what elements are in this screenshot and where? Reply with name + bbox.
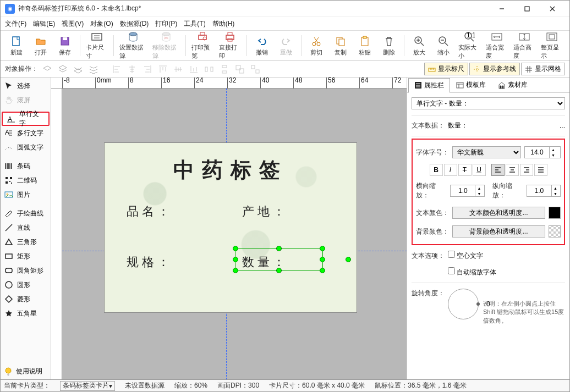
bgcolor-swatch[interactable]: [549, 225, 561, 238]
bold-button[interactable]: B: [430, 164, 443, 176]
paste-button[interactable]: 粘贴: [353, 32, 376, 59]
show-ruler-toggle[interactable]: 显示标尺: [424, 63, 468, 75]
actual-size-button[interactable]: 1:1实际大小: [456, 32, 483, 59]
align-right-icon[interactable]: [141, 63, 154, 75]
single-text-tool[interactable]: A单行文字: [2, 112, 50, 126]
new-button[interactable]: 新建: [5, 32, 28, 59]
align-left-text-button[interactable]: [491, 164, 505, 176]
card-title-text[interactable]: 中药标签: [173, 156, 288, 184]
align-justify-text-button[interactable]: [534, 164, 547, 176]
autoscale-checkbox[interactable]: 自动缩放字体: [448, 267, 496, 277]
field-origin[interactable]: 产地：: [242, 203, 288, 220]
cut-button[interactable]: 剪切: [305, 32, 328, 59]
star-tool[interactable]: 五角星: [1, 306, 51, 321]
horizontal-ruler[interactable]: -8 0mm 8 16 24 32 40 48 56 64 72: [51, 78, 407, 89]
fit-height-button[interactable]: 适合高度: [511, 32, 538, 59]
scalex-input[interactable]: ▲▼: [450, 185, 484, 197]
line-tool[interactable]: 直线: [1, 220, 51, 235]
tab-templates[interactable]: 模板库: [450, 78, 492, 92]
pan-tool[interactable]: 滚屏: [1, 93, 51, 107]
roundrect-tool[interactable]: 圆角矩形: [1, 263, 51, 278]
tab-assets[interactable]: 素材库: [492, 78, 534, 92]
fit-page-button[interactable]: 整页显示: [539, 32, 565, 59]
set-datasource-button[interactable]: 设置数据源: [117, 32, 149, 59]
menu-tools[interactable]: 工具(T): [184, 19, 205, 29]
svg-rect-31: [236, 65, 240, 70]
close-button[interactable]: [540, 1, 565, 17]
diamond-tool[interactable]: 菱形: [1, 292, 51, 306]
font-family-select[interactable]: 华文新魏: [452, 146, 521, 158]
delete-button[interactable]: 删除: [377, 32, 401, 59]
circle-tool[interactable]: 圆形: [1, 278, 51, 292]
underline-button[interactable]: U: [473, 164, 486, 176]
italic-button[interactable]: I: [444, 164, 457, 176]
image-tool[interactable]: 图片: [1, 187, 51, 202]
vertical-ruler[interactable]: [51, 89, 62, 379]
align-center-text-button[interactable]: [506, 164, 519, 176]
multi-text-tool[interactable]: A多行文字: [1, 126, 51, 140]
layer-bottom-icon[interactable]: [87, 63, 100, 75]
align-bottom-icon[interactable]: [188, 63, 200, 75]
textdata-more-button[interactable]: ...: [560, 122, 565, 130]
rotation-dial[interactable]: [448, 289, 479, 319]
group-icon[interactable]: [234, 63, 246, 75]
save-button[interactable]: 保存: [53, 32, 76, 59]
triangle-tool[interactable]: 三角形: [1, 235, 51, 249]
canvas[interactable]: 中药标签 品名： 产地： 规格： 数量：: [62, 89, 407, 379]
menu-object[interactable]: 对象(O): [90, 19, 113, 29]
open-button[interactable]: 打开: [29, 32, 52, 59]
field-name[interactable]: 品名：: [127, 203, 173, 220]
print-button[interactable]: 直接打印: [217, 32, 243, 59]
align-left-icon[interactable]: [111, 63, 123, 75]
zoomout-button[interactable]: 缩小: [432, 32, 455, 59]
remove-datasource-button[interactable]: 移除数据源: [150, 32, 182, 59]
help-button[interactable]: 使用说明: [1, 364, 51, 378]
layer-icon[interactable]: [41, 63, 53, 75]
redo-button[interactable]: 重做: [275, 32, 298, 59]
menu-file[interactable]: 文件(F): [5, 19, 26, 29]
field-spec[interactable]: 规格：: [127, 254, 173, 270]
align-top-icon[interactable]: [157, 63, 169, 75]
maximize-button[interactable]: [514, 1, 540, 17]
align-center-icon[interactable]: [126, 63, 138, 75]
dist-v-icon[interactable]: [218, 63, 231, 75]
strike-button[interactable]: T: [458, 164, 472, 176]
zoomin-button[interactable]: 放大: [408, 32, 431, 59]
qrcode-tool[interactable]: 二维码: [1, 173, 51, 187]
menu-view[interactable]: 视图(V): [62, 19, 84, 29]
freehand-tool[interactable]: 手绘曲线: [1, 206, 51, 220]
layer-down-icon[interactable]: [72, 63, 84, 75]
font-size-input[interactable]: ▲▼: [524, 146, 561, 158]
textcolor-swatch[interactable]: [549, 207, 561, 219]
object-selector[interactable]: 单行文字 - 数量：: [412, 97, 565, 109]
bgcolor-button[interactable]: 背景颜色和透明度...: [452, 225, 545, 238]
select-tool[interactable]: 选择: [1, 79, 51, 93]
scaley-input[interactable]: ▲▼: [527, 185, 561, 197]
fit-width-button[interactable]: 适合宽度: [484, 32, 510, 59]
tab-properties[interactable]: 属性栏: [408, 78, 450, 93]
label-card[interactable]: 中药标签 品名： 产地： 规格： 数量：: [104, 142, 357, 313]
align-right-text-button[interactable]: [520, 164, 533, 176]
menu-help[interactable]: 帮助(H): [212, 19, 235, 29]
undo-button[interactable]: 撤销: [250, 32, 273, 59]
copy-button[interactable]: 复制: [329, 32, 352, 59]
textcolor-button[interactable]: 文本颜色和透明度...: [452, 207, 545, 219]
align-middle-icon[interactable]: [172, 63, 184, 75]
show-guides-toggle[interactable]: 显示参考线: [469, 63, 520, 75]
ungroup-icon[interactable]: [249, 63, 261, 75]
minimize-button[interactable]: [489, 1, 514, 17]
arc-text-tool[interactable]: 圆弧文字: [1, 140, 51, 154]
layer-up-icon[interactable]: [57, 63, 69, 75]
barcode-tool[interactable]: 条码: [1, 159, 51, 173]
menu-print[interactable]: 打印(P): [155, 19, 177, 29]
rect-tool[interactable]: 矩形: [1, 249, 51, 263]
menu-edit[interactable]: 编辑(E): [33, 19, 55, 29]
show-grid-toggle[interactable]: 显示网格: [521, 63, 565, 75]
hollow-checkbox[interactable]: 空心文字: [448, 251, 483, 261]
selection-box[interactable]: [235, 248, 323, 271]
print-preview-button[interactable]: 打印预览: [189, 32, 216, 59]
dist-h-icon[interactable]: [203, 63, 215, 75]
cardsize-button[interactable]: 卡片尺寸: [84, 32, 110, 59]
status-cardtype-select[interactable]: 条码标签类卡片 ▾: [60, 381, 115, 391]
menu-datasource[interactable]: 数据源(D): [120, 19, 149, 29]
